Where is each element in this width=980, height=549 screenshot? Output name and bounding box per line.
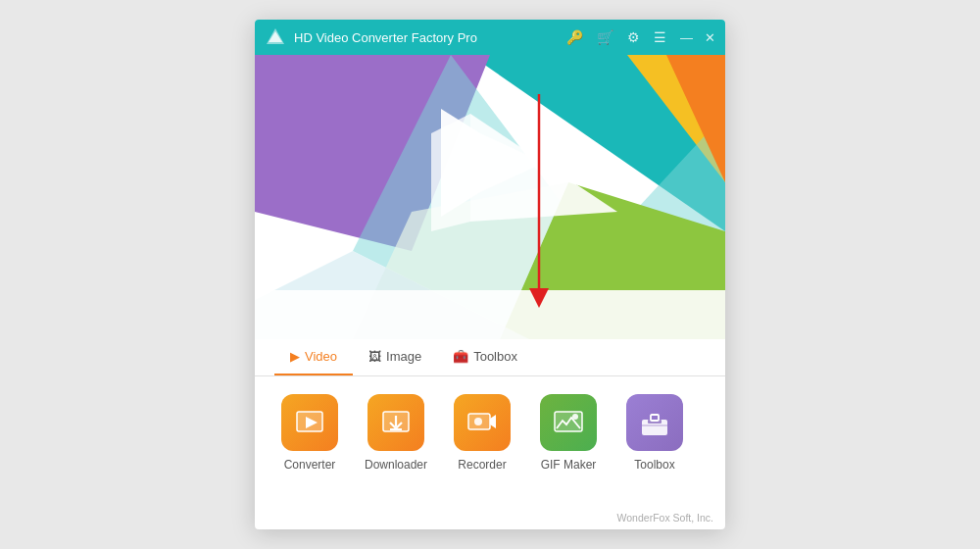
tools-area: Converter Downloader bbox=[255, 376, 725, 508]
downloader-icon bbox=[380, 407, 412, 438]
tools-grid: Converter Downloader bbox=[274, 394, 706, 472]
toolbox-icon bbox=[639, 407, 670, 438]
gif-maker-icon bbox=[553, 407, 584, 438]
settings-icon[interactable]: ⚙ bbox=[627, 29, 640, 45]
gif-maker-label: GIF Maker bbox=[541, 458, 597, 472]
window-title: HD Video Converter Factory Pro bbox=[294, 30, 566, 45]
tool-toolbox[interactable]: Toolbox bbox=[619, 394, 690, 472]
tab-image[interactable]: 🖼 Image bbox=[353, 339, 437, 375]
footer: WonderFox Soft, Inc. bbox=[255, 508, 725, 529]
minimize-button[interactable]: — bbox=[680, 30, 693, 45]
svg-rect-29 bbox=[651, 415, 659, 421]
tab-video[interactable]: ▶ Video bbox=[274, 339, 353, 375]
recorder-icon-wrap bbox=[454, 394, 511, 451]
hero-background bbox=[255, 55, 725, 339]
recorder-label: Recorder bbox=[458, 458, 506, 472]
key-icon[interactable]: 🔑 bbox=[566, 29, 583, 45]
downloader-icon-wrap bbox=[368, 394, 424, 451]
tool-gif-maker[interactable]: GIF Maker bbox=[533, 394, 604, 472]
main-window: HD Video Converter Factory Pro 🔑 🛒 ⚙ ☰ —… bbox=[255, 20, 725, 529]
cart-icon[interactable]: 🛒 bbox=[597, 29, 613, 45]
gif-maker-icon-wrap bbox=[540, 394, 597, 451]
tab-toolbox[interactable]: 🧰 Toolbox bbox=[437, 339, 533, 375]
svg-rect-14 bbox=[255, 290, 725, 339]
hero-section bbox=[255, 55, 725, 339]
toolbox-icon-wrap bbox=[626, 394, 683, 451]
downloader-label: Downloader bbox=[365, 458, 427, 472]
tool-downloader[interactable]: Downloader bbox=[361, 394, 431, 472]
app-logo bbox=[265, 26, 286, 48]
toolbox-tab-icon: 🧰 bbox=[453, 349, 468, 364]
svg-marker-23 bbox=[490, 415, 496, 428]
image-tab-icon: 🖼 bbox=[368, 349, 381, 364]
toolbox-tab-label: Toolbox bbox=[473, 349, 517, 364]
svg-point-26 bbox=[572, 414, 578, 420]
close-button[interactable]: ✕ bbox=[705, 30, 715, 45]
video-tab-label: Video bbox=[305, 349, 337, 364]
recorder-icon bbox=[466, 407, 498, 438]
tabs-bar: ▶ Video 🖼 Image 🧰 Toolbox bbox=[255, 339, 725, 376]
tool-recorder[interactable]: Recorder bbox=[447, 394, 517, 472]
tool-converter[interactable]: Converter bbox=[274, 394, 345, 472]
titlebar: HD Video Converter Factory Pro 🔑 🛒 ⚙ ☰ —… bbox=[255, 20, 725, 55]
video-tab-icon: ▶ bbox=[290, 349, 300, 364]
footer-text: WonderFox Soft, Inc. bbox=[617, 512, 713, 524]
titlebar-action-icons: 🔑 🛒 ⚙ ☰ bbox=[566, 29, 666, 45]
converter-icon-wrap bbox=[281, 394, 338, 451]
converter-label: Converter bbox=[284, 458, 336, 472]
svg-point-24 bbox=[474, 418, 482, 425]
window-controls: — ✕ bbox=[680, 30, 715, 45]
menu-icon[interactable]: ☰ bbox=[654, 29, 666, 45]
image-tab-label: Image bbox=[386, 349, 421, 364]
converter-icon bbox=[294, 407, 325, 438]
toolbox-label: Toolbox bbox=[634, 458, 674, 472]
svg-marker-1 bbox=[269, 31, 282, 42]
